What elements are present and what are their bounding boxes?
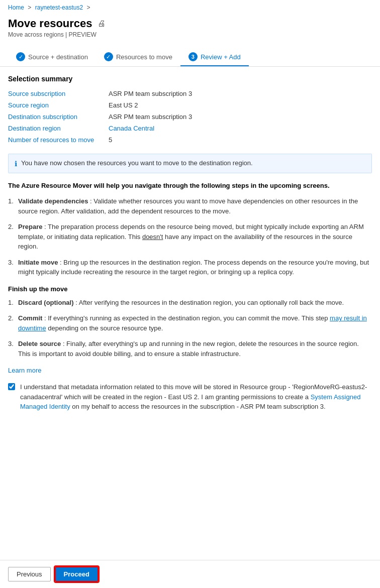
breadcrumb: Home > raynetest-eastus2 > <box>0 0 380 15</box>
main-steps-list: Validate dependencies : Validate whether… <box>8 196 372 277</box>
field-value-source-region: East US 2 <box>109 99 372 111</box>
list-item: Validate dependencies : Validate whether… <box>8 196 372 216</box>
info-box: ℹ You have now chosen the resources you … <box>8 154 372 173</box>
field-value-dest-region: Canada Central <box>109 123 372 134</box>
tab-review-add[interactable]: 3 Review + Add <box>180 48 249 66</box>
tab-label-resources: Resources to move <box>116 53 172 61</box>
page-header: Move resources 🖨 Move across regions | P… <box>0 15 380 42</box>
list-item: Delete source : Finally, after everythin… <box>8 339 372 359</box>
tab-check-source: ✓ <box>16 52 25 61</box>
previous-button[interactable]: Previous <box>8 567 51 581</box>
list-item: Initiate move : Bring up the resources i… <box>8 258 372 277</box>
breadcrumb-resource[interactable]: raynetest-eastus2 <box>35 4 83 11</box>
breadcrumb-sep1: > <box>28 4 31 11</box>
breadcrumb-home[interactable]: Home <box>8 4 24 11</box>
tab-check-resources: ✓ <box>104 52 113 61</box>
table-row: Destination region Canada Central <box>8 123 372 134</box>
list-item: Commit : If everything's running as expe… <box>8 313 372 333</box>
finish-step2-text: : If everything's running as expected in… <box>44 314 330 322</box>
list-item: Prepare : The preparation process depend… <box>8 222 372 252</box>
field-value-num-resources: 5 <box>109 134 372 146</box>
tab-number-review: 3 <box>188 52 198 61</box>
list-item: Discard (optional) : After verifying the… <box>8 298 372 308</box>
finish-steps-list: Discard (optional) : After verifying the… <box>8 298 372 359</box>
print-icon[interactable]: 🖨 <box>98 19 106 28</box>
finish-step3-text: : Finally, after everything's up and run… <box>18 340 359 358</box>
tab-label-review: Review + Add <box>201 53 241 61</box>
summary-table: Source subscription ASR PM team subscrip… <box>8 88 372 146</box>
learn-more-link[interactable]: Learn more <box>8 367 372 374</box>
field-label-dest-sub: Destination subscription <box>8 111 109 123</box>
info-text: You have now chosen the resources you wa… <box>21 159 253 167</box>
finish-step2-title: Commit <box>18 314 42 322</box>
table-row: Source subscription ASR PM team subscrip… <box>8 88 372 99</box>
page-subtitle: Move across regions | PREVIEW <box>8 31 372 38</box>
field-value-source-sub: ASR PM team subscription 3 <box>109 88 372 99</box>
footer: Previous Proceed <box>0 560 380 588</box>
step2-title: Prepare <box>18 223 42 230</box>
finish-step1-text: : After verifying the resources in the d… <box>75 299 344 306</box>
field-label-dest-region: Destination region <box>8 123 109 134</box>
consent-text-part2: on my behalf to access the resources in … <box>70 403 326 410</box>
tab-resources-to-move[interactable]: ✓ Resources to move <box>96 48 180 66</box>
steps-intro: The Azure Resource Mover will help you n… <box>8 181 372 190</box>
field-value-dest-sub: ASR PM team subscription 3 <box>109 111 372 123</box>
finish-title: Finish up the move <box>8 285 372 293</box>
table-row: Source region East US 2 <box>8 99 372 111</box>
finish-step3-title: Delete source <box>18 340 61 347</box>
field-label-source-sub: Source subscription <box>8 88 109 99</box>
step2-underline: doesn't <box>142 233 163 241</box>
proceed-button[interactable]: Proceed <box>55 566 99 582</box>
step3-text: : Bring up the resources in the destinat… <box>18 259 369 276</box>
consent-checkbox[interactable] <box>8 383 15 390</box>
main-content: Selection summary Source subscription AS… <box>0 67 380 560</box>
section-title-summary: Selection summary <box>8 75 372 83</box>
step3-title: Initiate move <box>18 259 58 266</box>
tab-source-destination[interactable]: ✓ Source + destination <box>8 48 96 66</box>
field-label-num-resources: Number of resources to move <box>8 134 109 146</box>
page-title: Move resources <box>8 17 92 30</box>
info-icon: ℹ <box>15 160 17 168</box>
tab-label-source: Source + destination <box>28 53 88 61</box>
table-row: Destination subscription ASR PM team sub… <box>8 111 372 123</box>
finish-step2-text2: depending on the source resource type. <box>46 324 163 332</box>
step1-title: Validate dependencies <box>18 197 88 205</box>
field-label-source-region: Source region <box>8 99 109 111</box>
breadcrumb-sep2: > <box>86 4 90 11</box>
table-row: Number of resources to move 5 <box>8 134 372 146</box>
tabs-container: ✓ Source + destination ✓ Resources to mo… <box>0 42 380 67</box>
consent-box: I understand that metadata information r… <box>8 382 372 412</box>
consent-text: I understand that metadata information r… <box>20 382 372 412</box>
finish-step1-title: Discard (optional) <box>18 299 74 306</box>
